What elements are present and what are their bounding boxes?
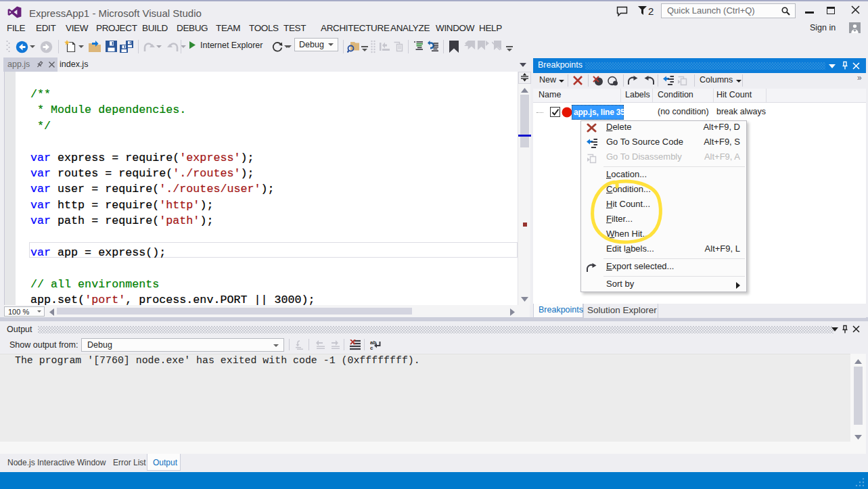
- svg-text:c: c: [370, 345, 373, 350]
